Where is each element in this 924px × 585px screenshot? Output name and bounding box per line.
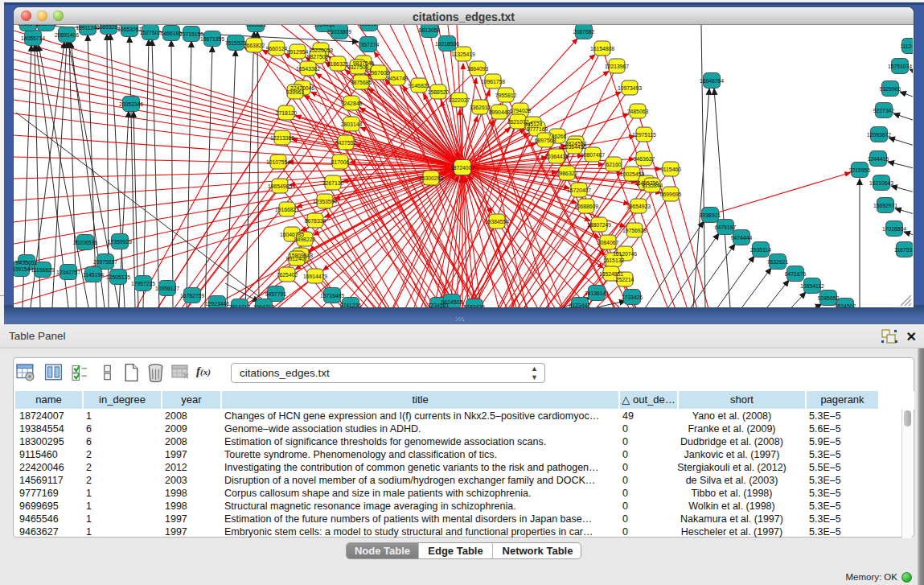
svg-text:1244415: 1244415 (868, 156, 889, 162)
svg-text:7986322: 7986322 (556, 171, 578, 176)
svg-text:9912407: 9912407 (286, 256, 308, 262)
svg-text:8322037: 8322037 (449, 97, 470, 103)
svg-text:19384554: 19384554 (485, 219, 509, 225)
svg-text:3215955: 3215955 (849, 167, 871, 173)
svg-text:3084067: 3084067 (598, 240, 619, 245)
svg-text:6479197: 6479197 (715, 225, 737, 230)
svg-text:10958127: 10958127 (155, 286, 179, 291)
svg-text:1362612: 1362612 (470, 105, 491, 110)
svg-text:8471676: 8471676 (785, 271, 807, 277)
svg-text:7625402: 7625402 (277, 272, 298, 278)
svg-text:8741236: 8741236 (340, 303, 362, 308)
svg-text:9777169: 9777169 (527, 126, 548, 132)
svg-text:9115460: 9115460 (660, 167, 681, 172)
svg-text:16210643: 16210643 (869, 180, 893, 186)
svg-text:1145194: 1145194 (83, 272, 104, 278)
svg-text:12923446: 12923446 (205, 301, 229, 307)
svg-text:8813054: 8813054 (419, 27, 441, 33)
svg-text:8427552: 8427552 (335, 140, 357, 146)
svg-text:3267130: 3267130 (322, 180, 344, 186)
svg-text:9327508: 9327508 (347, 64, 369, 70)
svg-text:10973493: 10973493 (618, 85, 642, 91)
svg-text:15300293: 15300293 (419, 175, 443, 181)
svg-text:9827509: 9827509 (307, 54, 329, 60)
svg-text:939154: 939154 (14, 266, 31, 272)
svg-text:7632621: 7632621 (767, 259, 789, 265)
svg-text:1588520: 1588520 (428, 89, 450, 95)
svg-text:20053346: 20053346 (119, 101, 143, 107)
svg-text:9245652: 9245652 (818, 295, 840, 301)
svg-text:9624502: 9624502 (441, 299, 463, 305)
svg-text:1183426: 1183426 (464, 304, 485, 308)
svg-text:62160: 62160 (606, 162, 622, 167)
svg-text:7663822: 7663822 (244, 43, 265, 48)
svg-text:10654112: 10654112 (800, 283, 824, 289)
svg-text:15716485: 15716485 (320, 293, 344, 299)
svg-text:10107554: 10107554 (266, 159, 290, 165)
svg-text:19218506: 19218506 (435, 41, 459, 47)
svg-text:13524851: 13524851 (599, 271, 623, 277)
svg-text:14136141: 14136141 (585, 290, 609, 296)
svg-text:7357274: 7357274 (358, 42, 380, 47)
svg-text:10961758: 10961758 (481, 79, 505, 84)
svg-text:252214: 252214 (616, 277, 634, 282)
svg-text:19166827: 19166827 (275, 207, 299, 212)
svg-text:18724007: 18724007 (450, 165, 474, 171)
svg-text:7663821: 7663821 (245, 25, 267, 27)
svg-text:8678334: 8678334 (305, 218, 326, 224)
svg-text:10025458: 10025458 (620, 171, 644, 177)
svg-text:14055714: 14055714 (21, 35, 45, 41)
svg-text:9624502: 9624502 (835, 303, 856, 308)
svg-text:9329966: 9329966 (880, 86, 901, 92)
svg-text:16648784: 16648784 (700, 78, 724, 84)
svg-text:10653267: 10653267 (117, 27, 142, 32)
svg-text:9463627: 9463627 (634, 156, 655, 162)
svg-text:12342757: 12342757 (56, 270, 80, 275)
svg-text:20364436: 20364436 (562, 144, 586, 150)
svg-text:18807249: 18807249 (587, 222, 611, 228)
svg-text:7485063: 7485063 (627, 109, 649, 114)
svg-text:10807487: 10807487 (581, 152, 605, 158)
svg-text:20364436: 20364436 (544, 154, 569, 159)
svg-text:9227342: 9227342 (873, 108, 895, 113)
svg-text:9474444: 9474444 (731, 235, 753, 241)
svg-text:10688609: 10688609 (574, 204, 598, 209)
svg-text:19654923: 19654923 (626, 204, 651, 209)
svg-text:8123442: 8123442 (569, 303, 591, 308)
svg-text:9146821: 9146821 (409, 83, 430, 89)
svg-text:20975887: 20975887 (93, 259, 117, 265)
svg-text:20206576: 20206576 (73, 240, 97, 245)
svg-text:17359928: 17359928 (108, 239, 132, 245)
svg-text:9457791: 9457791 (265, 291, 287, 297)
svg-text:1615132: 1615132 (603, 257, 625, 263)
svg-text:19756928: 19756928 (622, 228, 647, 233)
svg-text:15720407: 15720407 (567, 187, 591, 193)
svg-text:2087682: 2087682 (573, 29, 595, 35)
svg-text:8938921: 8938921 (700, 212, 721, 218)
svg-text:2803144: 2803144 (341, 122, 363, 127)
svg-text:16914479: 16914479 (303, 274, 327, 279)
svg-text:6794028: 6794028 (510, 108, 532, 113)
svg-text:2935114: 2935114 (750, 247, 771, 253)
svg-text:19654985: 19654985 (268, 183, 292, 189)
svg-text:1733426: 1733426 (622, 295, 643, 300)
svg-text:817006: 817006 (331, 159, 350, 165)
svg-text:16120746: 16120746 (613, 251, 637, 257)
svg-text:8131054: 8131054 (359, 25, 380, 27)
svg-text:17016504: 17016504 (882, 226, 906, 232)
svg-text:1527602: 1527602 (140, 30, 162, 35)
svg-text:939961: 939961 (286, 89, 305, 95)
svg-text:16782759: 16782759 (180, 293, 204, 299)
svg-text:12505135: 12505135 (106, 274, 130, 280)
svg-text:3914712: 3914712 (229, 304, 251, 308)
svg-text:8990448: 8990448 (489, 109, 511, 115)
svg-text:9914410: 9914410 (314, 25, 335, 27)
svg-text:8912954: 8912954 (287, 49, 309, 55)
svg-text:11325419: 11325419 (451, 51, 475, 57)
svg-text:17957225: 17957225 (131, 281, 155, 286)
svg-text:15751074: 15751074 (888, 64, 912, 69)
svg-text:9242848: 9242848 (341, 101, 363, 106)
svg-text:12213369: 12213369 (270, 135, 294, 141)
svg-text:16671355: 16671355 (200, 36, 224, 42)
svg-text:20691406: 20691406 (55, 32, 79, 38)
